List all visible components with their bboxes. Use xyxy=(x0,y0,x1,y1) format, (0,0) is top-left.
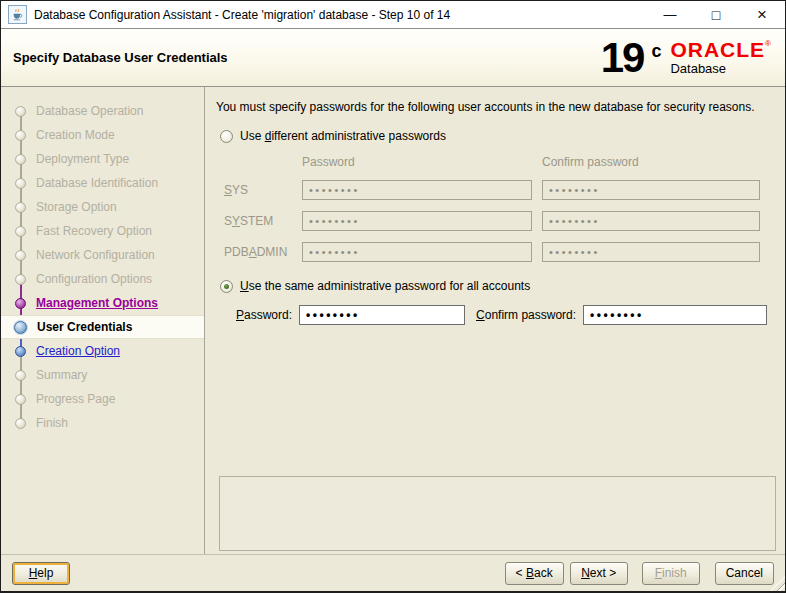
confirm-password-input[interactable] xyxy=(583,305,767,325)
credentials-form: You must specify passwords for the follo… xyxy=(205,87,785,554)
window-controls: — □ × xyxy=(647,1,785,28)
wizard-header: Specify Database User Credentials 19c OR… xyxy=(1,29,785,87)
step-circle-icon xyxy=(15,370,26,381)
sidebar-step-database-identification: Database Identification xyxy=(1,171,204,195)
password-column-header: Password xyxy=(302,155,532,169)
per-account-password-grid: Password Confirm password SYS SYSTEM PDB… xyxy=(224,155,777,262)
oracle-wordmark: ORACLE xyxy=(670,39,765,61)
step-circle-icon xyxy=(15,418,26,429)
sidebar-step-finish: Finish xyxy=(1,411,204,435)
step-circle-icon xyxy=(15,130,26,141)
registered-mark: ® xyxy=(765,40,771,48)
password-field-label: Password: xyxy=(236,308,292,322)
system-confirm-password-input xyxy=(542,211,760,231)
sidebar-step-configuration-options: Configuration Options xyxy=(1,267,204,291)
sidebar-step-progress-page: Progress Page xyxy=(1,387,204,411)
step-circle-icon xyxy=(14,321,27,334)
sys-password-input xyxy=(302,180,532,200)
same-password-row: Password: Confirm password: xyxy=(236,305,767,325)
confirm-password-column-header: Confirm password xyxy=(542,155,760,169)
step-circle-icon xyxy=(15,346,26,357)
next-button[interactable]: Next > xyxy=(570,562,628,585)
pdbadmin-account-label: PDBADMIN xyxy=(224,245,292,259)
system-password-input xyxy=(302,211,532,231)
sidebar-step-database-operation: Database Operation xyxy=(1,99,204,123)
step-circle-icon xyxy=(15,178,26,189)
dbca-wizard-window: Database Configuration Assistant - Creat… xyxy=(0,0,786,593)
step-circle-icon xyxy=(15,274,26,285)
pdbadmin-password-input xyxy=(302,242,532,262)
step-circle-icon xyxy=(15,106,26,117)
wizard-body: Database Operation Creation Mode Deploym… xyxy=(1,87,785,554)
sidebar-step-fast-recovery-option: Fast Recovery Option xyxy=(1,219,204,243)
cancel-button[interactable]: Cancel xyxy=(715,562,774,585)
step-circle-icon xyxy=(15,226,26,237)
step-circle-icon xyxy=(15,298,26,309)
radio-use-different-passwords[interactable]: Use different administrative passwords xyxy=(220,129,777,143)
logo-product: Database xyxy=(670,62,771,76)
step-circle-icon xyxy=(15,394,26,405)
sidebar-step-network-configuration: Network Configuration xyxy=(1,243,204,267)
sidebar-step-management-options[interactable]: Management Options xyxy=(1,291,204,315)
logo-version-suffix: c xyxy=(651,41,661,62)
radio-selected-icon[interactable] xyxy=(220,280,233,293)
oracle-19c-database-logo: 19c ORACLE ® Database xyxy=(601,39,771,76)
sidebar-step-summary: Summary xyxy=(1,363,204,387)
sidebar-step-deployment-type: Deployment Type xyxy=(1,147,204,171)
password-input[interactable] xyxy=(299,305,465,325)
close-button[interactable]: × xyxy=(739,1,785,28)
page-title: Specify Database User Credentials xyxy=(13,50,228,65)
step-circle-icon xyxy=(15,154,26,165)
sidebar-step-storage-option: Storage Option xyxy=(1,195,204,219)
maximize-button[interactable]: □ xyxy=(693,1,739,28)
intro-text: You must specify passwords for the follo… xyxy=(216,100,777,114)
wizard-footer: Help < Back Next > Finish Cancel xyxy=(1,554,785,591)
finish-button: Finish xyxy=(642,562,700,585)
java-coffee-cup-icon xyxy=(8,5,27,24)
window-title: Database Configuration Assistant - Creat… xyxy=(34,8,450,22)
pdbadmin-confirm-password-input xyxy=(542,242,760,262)
logo-brand-block: ORACLE ® Database xyxy=(670,39,771,76)
sidebar-step-user-credentials: User Credentials xyxy=(1,315,204,339)
minimize-button[interactable]: — xyxy=(647,1,693,28)
navigation-buttons: < Back Next > Finish Cancel xyxy=(505,562,774,585)
step-circle-icon xyxy=(15,202,26,213)
wizard-steps-sidebar: Database Operation Creation Mode Deploym… xyxy=(1,87,205,554)
confirm-password-field-label: Confirm password: xyxy=(476,308,576,322)
radio-use-same-password-label[interactable]: Use the same administrative password for… xyxy=(240,279,530,293)
radio-use-different-passwords-label[interactable]: Use different administrative passwords xyxy=(240,129,446,143)
sys-confirm-password-input xyxy=(542,180,760,200)
system-account-label: SYSTEM xyxy=(224,214,292,228)
radio-unselected-icon[interactable] xyxy=(220,130,233,143)
status-message-area xyxy=(219,476,776,551)
sidebar-step-creation-option[interactable]: Creation Option xyxy=(1,339,204,363)
radio-use-same-password[interactable]: Use the same administrative password for… xyxy=(220,279,777,293)
logo-version: 19 xyxy=(601,40,644,76)
titlebar: Database Configuration Assistant - Creat… xyxy=(1,1,785,29)
sidebar-step-creation-mode: Creation Mode xyxy=(1,123,204,147)
sys-account-label: SYS xyxy=(224,183,292,197)
back-button[interactable]: < Back xyxy=(505,562,564,585)
step-circle-icon xyxy=(15,250,26,261)
help-button[interactable]: Help xyxy=(12,562,70,585)
